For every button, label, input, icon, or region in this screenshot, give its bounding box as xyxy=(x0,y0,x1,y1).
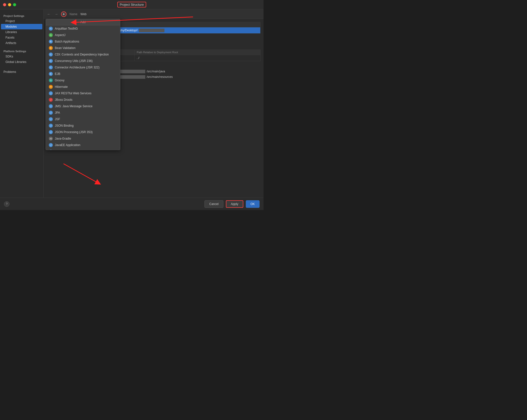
content-toolbar: ← → + Name Web xyxy=(44,9,264,19)
concurrency-label: Concurrency Utils (JSR 236) xyxy=(55,59,93,63)
connector-label: Connector Architecture (JSR 322) xyxy=(55,66,99,69)
dropdown-item-javaee-app[interactable]: J JavaEE Application xyxy=(46,142,120,148)
sidebar-item-modules[interactable]: Modules xyxy=(1,24,42,29)
cdi-icon: C xyxy=(49,52,53,56)
dropdown-item-arquillian[interactable]: A Arquillian TestNG xyxy=(46,25,120,32)
sidebar-item-project[interactable]: Project xyxy=(0,18,43,24)
groovy-icon: G xyxy=(49,78,53,82)
dropdown-item-cdi[interactable]: C CDI: Contexts and Dependency Injection xyxy=(46,51,120,58)
bean-label: Bean Validation xyxy=(55,46,75,50)
dropdown-item-json-processing[interactable]: J JSON Processing (JSR 353) xyxy=(46,129,120,135)
dropdown-item-aspectj[interactable]: A AspectJ xyxy=(46,32,120,38)
javaee-app-icon: J xyxy=(49,143,53,147)
path-col-header: Path xyxy=(103,22,260,27)
project-settings-label: Project Settings xyxy=(0,12,43,18)
ejb-icon: E xyxy=(49,72,53,76)
jpa-icon: J xyxy=(49,111,53,115)
lib-relative: . / xyxy=(135,55,261,61)
javaee-sec-icon: J xyxy=(49,150,53,150)
sidebar-item-libraries[interactable]: Libraries xyxy=(0,29,43,35)
dropdown-item-jms[interactable]: J JMS: Java Message Service xyxy=(46,103,120,109)
close-button[interactable] xyxy=(3,3,6,6)
minimize-button[interactable] xyxy=(8,3,11,6)
platform-settings-label: Platform Settings xyxy=(0,48,43,54)
bean-icon: B xyxy=(49,46,53,50)
json-binding-label: JSON Binding xyxy=(55,124,73,127)
sidebar-item-global-libraries[interactable]: Global Libraries xyxy=(0,59,43,65)
json-proc-label: JSON Processing (JSR 353) xyxy=(55,130,93,134)
jboss-label: JBoss Drools xyxy=(55,98,72,102)
sidebar: Project Settings Project Modules Librari… xyxy=(0,9,44,198)
descriptor-path: /Users/murphy/Desktop// ████████████ xyxy=(103,27,260,34)
lib-path-col: Path Relative to Deployment Root xyxy=(135,50,261,55)
dropdown-item-java-gradle[interactable]: JG Java-Gradle xyxy=(46,135,120,142)
bottom-bar: ? Cancel Apply OK xyxy=(0,198,264,210)
name-column-label: Name xyxy=(69,12,77,16)
dropdown-item-jsf[interactable]: J JSF xyxy=(46,116,120,122)
dropdown-header: Add xyxy=(46,19,120,25)
batch-icon: B xyxy=(49,40,53,44)
forward-button[interactable]: → xyxy=(54,12,59,17)
dropdown-item-jboss[interactable]: J JBoss Drools xyxy=(46,97,120,103)
jms-icon: J xyxy=(49,104,53,108)
jax-icon: J xyxy=(49,91,53,95)
traffic-lights xyxy=(3,3,16,6)
javaee-app-label: JavaEE Application xyxy=(55,143,80,147)
dropdown-item-jpa[interactable]: J JPA xyxy=(46,109,120,116)
jsf-label: JSF xyxy=(55,117,60,121)
jax-label: JAX RESTful Web Services xyxy=(55,92,91,95)
jpa-label: JPA xyxy=(55,111,60,114)
aspectj-icon: A xyxy=(49,33,53,37)
groovy-label: Groovy xyxy=(55,79,65,82)
hibernate-icon: H xyxy=(49,85,53,89)
add-facet-button[interactable]: + xyxy=(61,11,66,17)
dropdown-item-json-binding[interactable]: J JSON Binding xyxy=(46,122,120,129)
bottom-left: ? xyxy=(4,201,9,207)
module-name-value: Web xyxy=(80,12,86,16)
dropdown-item-javaee-security[interactable]: J JavaEE Security xyxy=(46,148,120,150)
arquillian-icon: A xyxy=(49,27,53,31)
sidebar-item-facets[interactable]: Facets xyxy=(0,35,43,40)
sidebar-item-artifacts[interactable]: Artifacts xyxy=(0,40,43,46)
dialog-title: Project Structure xyxy=(117,2,146,7)
cancel-button[interactable]: Cancel xyxy=(204,200,223,208)
cdi-label: CDI: Contexts and Dependency Injection xyxy=(55,53,109,56)
dropdown-item-concurrency[interactable]: C Concurrency Utils (JSR 236) xyxy=(46,58,120,64)
dropdown-item-bean-validation[interactable]: B Bean Validation xyxy=(46,45,120,51)
sidebar-item-problems[interactable]: Problems xyxy=(0,69,43,75)
dropdown-item-ejb[interactable]: E EJB xyxy=(46,71,120,77)
java-gradle-label: Java-Gradle xyxy=(55,137,71,140)
concurrency-icon: C xyxy=(49,59,53,63)
back-button[interactable]: ← xyxy=(46,12,52,17)
sidebar-item-sdks[interactable]: SDKs xyxy=(0,54,43,59)
title-bar: Project Structure xyxy=(0,0,264,9)
connector-icon: C xyxy=(49,65,53,69)
ejb-label: EJB xyxy=(55,72,60,76)
jboss-icon: J xyxy=(49,98,53,102)
hibernate-label: Hibernate xyxy=(55,85,68,89)
json-binding-icon: J xyxy=(49,124,53,128)
add-dropdown: Add A Arquillian TestNG A AspectJ B Batc… xyxy=(46,19,120,150)
dropdown-item-groovy[interactable]: G Groovy xyxy=(46,77,120,84)
java-gradle-icon: JG xyxy=(49,137,53,141)
json-proc-icon: J xyxy=(49,130,53,134)
dropdown-item-batch[interactable]: B Batch Applications xyxy=(46,38,120,45)
help-button[interactable]: ? xyxy=(4,201,9,207)
main-container: Project Settings Project Modules Librari… xyxy=(0,9,264,198)
content-area: ← → + Name Web Add A Arquillian TestNG A… xyxy=(44,9,264,198)
arquillian-label: Arquillian TestNG xyxy=(55,27,78,30)
batch-label: Batch Applications xyxy=(55,40,79,43)
aspectj-label: AspectJ xyxy=(55,33,66,37)
dropdown-item-jax-rest[interactable]: J JAX RESTful Web Services xyxy=(46,90,120,97)
maximize-button[interactable] xyxy=(13,3,16,6)
dropdown-item-hibernate[interactable]: H Hibernate xyxy=(46,84,120,90)
dropdown-list: A Arquillian TestNG A AspectJ B Batch Ap… xyxy=(46,25,120,150)
dropdown-item-connector[interactable]: C Connector Architecture (JSR 322) xyxy=(46,64,120,71)
ok-button[interactable]: OK xyxy=(246,200,260,208)
bottom-right: Cancel Apply OK xyxy=(204,200,260,208)
jms-label: JMS: Java Message Service xyxy=(55,105,92,108)
apply-button[interactable]: Apply xyxy=(226,200,243,208)
jsf-icon: J xyxy=(49,117,53,121)
